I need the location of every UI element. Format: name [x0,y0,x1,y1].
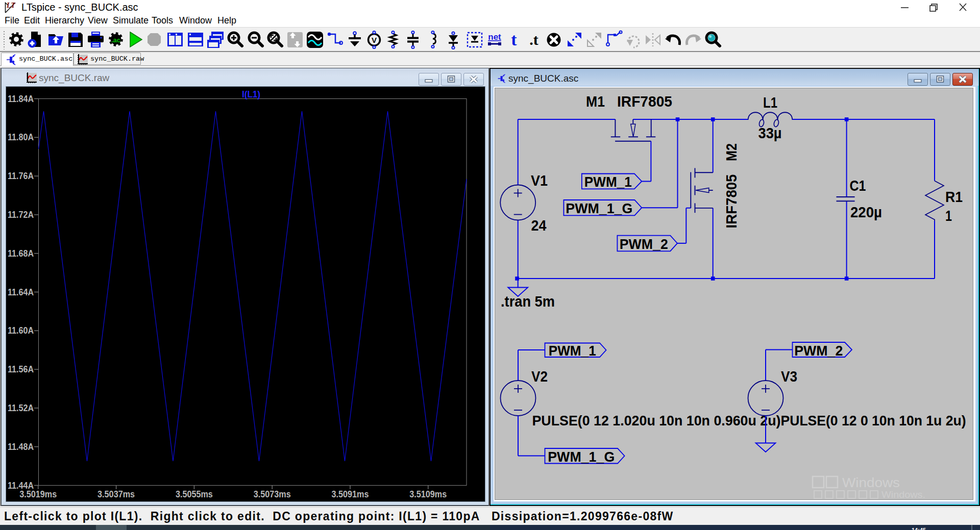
svg-text:11.48A: 11.48A [8,442,34,452]
svg-text:3.5037ms: 3.5037ms [97,489,135,499]
svg-text:24: 24 [531,217,547,234]
svg-text:PWM_1_G: PWM_1_G [566,200,632,216]
svg-text:11.84A: 11.84A [8,94,34,104]
svg-text:3.5055ms: 3.5055ms [176,489,213,499]
svg-text:11.76A: 11.76A [8,171,34,181]
svg-text:LT: LT [6,2,16,9]
svg-text:PULSE(0 12 1.020u 10n 10n 0.96: PULSE(0 12 1.020u 10n 10n 0.960u 2u) [532,413,781,428]
svg-text:11.60A: 11.60A [8,325,34,336]
svg-text:11.72A: 11.72A [8,210,34,220]
svg-text:PWM_1_G: PWM_1_G [548,449,615,465]
svg-text:220µ: 220µ [850,204,882,220]
svg-text:PULSE(0 12 0 10n 10n 1u 2u): PULSE(0 12 0 10n 10n 1u 2u) [781,413,966,428]
svg-text:3.5109ms: 3.5109ms [409,489,447,499]
svg-text:.tran 5m: .tran 5m [501,293,555,310]
svg-text:11.64A: 11.64A [8,287,34,297]
svg-text:11.52A: 11.52A [8,403,34,413]
svg-text:I(L1): I(L1) [242,89,260,99]
svg-text:.t: .t [529,31,538,48]
svg-text:3.5019ms: 3.5019ms [19,489,57,499]
svg-text:11.68A: 11.68A [8,248,34,259]
svg-text:IRF7805: IRF7805 [617,93,672,110]
svg-text:PWM_1: PWM_1 [549,343,596,359]
svg-text:PWM_2: PWM_2 [794,343,843,359]
svg-text:R1: R1 [945,188,963,205]
svg-text:.ac: .ac [111,36,120,44]
svg-text:3.5091ms: 3.5091ms [332,489,369,499]
svg-text:IRF7805: IRF7805 [723,174,740,229]
svg-text:V2: V2 [531,368,548,385]
svg-text:Windows: Windows [842,475,900,490]
svg-text:3.5073ms: 3.5073ms [254,489,291,499]
svg-text:Windows.: Windows. [881,489,925,500]
svg-text:V1: V1 [531,172,548,189]
svg-text:net: net [488,32,501,42]
svg-text:L1: L1 [763,94,777,111]
svg-text:1: 1 [945,207,952,224]
svg-text:M2: M2 [723,143,740,161]
svg-text:11.80A: 11.80A [8,132,34,142]
svg-text:V3: V3 [781,368,797,385]
svg-text:V: V [372,36,377,44]
svg-text:t: t [511,30,517,49]
svg-text:33µ: 33µ [758,124,782,141]
svg-text:C1: C1 [850,177,866,194]
svg-text:PWM_2: PWM_2 [620,236,668,252]
svg-text:11.56A: 11.56A [8,364,34,374]
svg-text:PWM_1: PWM_1 [584,174,632,190]
svg-text:M1: M1 [586,93,605,110]
